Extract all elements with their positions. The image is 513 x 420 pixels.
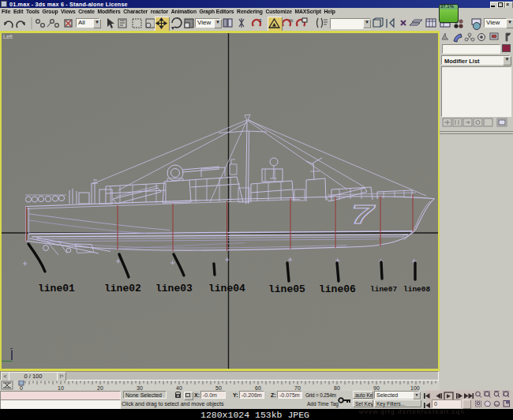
svg-text:100: 100: [410, 385, 420, 391]
svg-text:20: 20: [97, 385, 103, 391]
svg-text:40: 40: [176, 385, 182, 391]
svg-text:7: 7: [351, 200, 376, 229]
svg-text:line05: line05: [268, 283, 305, 295]
svg-text:70: 70: [294, 385, 301, 391]
svg-text:%: %: [289, 18, 294, 23]
svg-text:10: 10: [58, 385, 64, 391]
svg-text:line04: line04: [208, 283, 245, 294]
svg-text:30: 30: [137, 385, 143, 391]
svg-text:50: 50: [215, 385, 222, 391]
svg-text:0: 0: [20, 385, 23, 391]
svg-text:line03: line03: [155, 283, 193, 294]
svg-text:line08: line08: [403, 285, 431, 294]
svg-text:line01: line01: [38, 283, 75, 294]
svg-text:80: 80: [334, 385, 340, 391]
svg-text:line06: line06: [319, 283, 356, 295]
svg-text:line02: line02: [104, 283, 141, 294]
svg-text:line07: line07: [370, 285, 398, 294]
svg-text:90: 90: [373, 385, 380, 391]
svg-text:60: 60: [255, 385, 261, 391]
svg-text:3: 3: [259, 18, 262, 23]
